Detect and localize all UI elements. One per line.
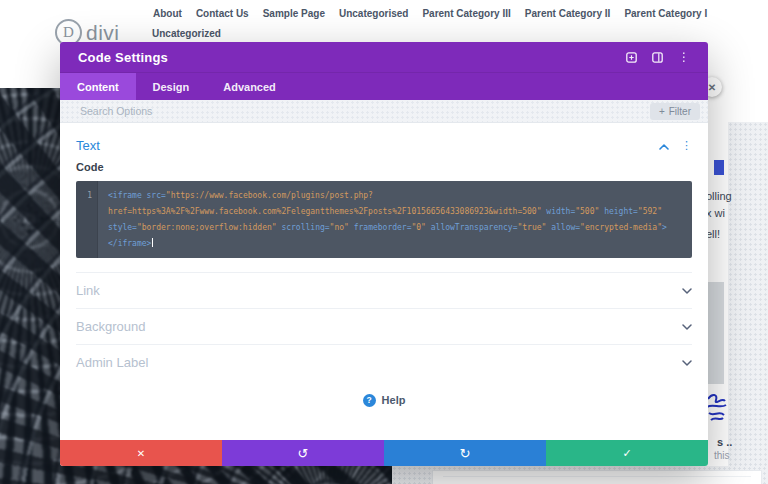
modal-header-icons: ⋮ [626,51,690,63]
split-view-icon[interactable] [652,52,663,63]
nav-item-contact-us[interactable]: Contact Us [196,8,249,19]
page-signature-image [706,391,728,423]
link-section-toggle[interactable]: Link [76,272,692,308]
code-line: </iframe> [108,236,682,252]
code-line: href=https%3A%2F%2Fwww.facebook.com%2Fel… [108,204,682,220]
chevron-up-icon[interactable] [659,136,669,154]
modal-action-bar: ✕ ↺ ↻ ✓ [60,440,708,466]
page-text-fragment: this [714,450,730,461]
close-icon: ✕ [708,82,716,93]
page-content-card [432,470,762,484]
nav-item-about[interactable]: About [153,8,182,19]
page-text-fragment: x wi [706,207,725,219]
text-section-title: Text [76,138,100,153]
builder-background [728,122,768,466]
modal-content: Text ⋮ Code 1 <iframe src="https://www.f… [60,123,708,440]
admin-label-section-title: Admin Label [76,355,148,370]
x-icon: ✕ [137,448,145,459]
nav-item-sample-page[interactable]: Sample Page [263,8,325,19]
page-text-fragment: olling [706,190,732,202]
help-button[interactable]: ? Help [76,390,692,410]
redo-icon: ↻ [460,446,471,461]
chevron-down-icon [682,360,692,366]
code-settings-modal: Code Settings ⋮ Content [60,42,708,466]
page-text-fragment: ell! [706,228,720,240]
divi-logo-text: divi [86,21,120,45]
screen: D divi About Contact Us Sample Page Unca… [0,0,768,484]
modal-title: Code Settings [78,50,168,65]
site-menu: About Contact Us Sample Page Uncategoris… [153,8,707,19]
nav-item-uncategorized[interactable]: Uncategorized [152,28,221,43]
code-line: <iframe src="https://www.facebook.com/pl… [108,188,682,204]
admin-label-section-toggle[interactable]: Admin Label [76,344,692,380]
nav-item-uncategorised[interactable]: Uncategorised [339,8,408,19]
background-section-title: Background [76,319,145,334]
chevron-down-icon [682,324,692,330]
site-menu-row2: Uncategorized [152,28,221,43]
plus-icon: + [659,106,665,117]
discard-button[interactable]: ✕ [60,440,222,466]
text-section-toggle[interactable]: Text ⋮ [76,133,692,157]
undo-button[interactable]: ↺ [222,440,384,466]
page-scrollbar-track[interactable] [706,282,724,384]
chevron-down-icon [682,288,692,294]
code-field-label: Code [76,161,692,173]
filter-button[interactable]: + Filter [650,103,700,120]
code-editor[interactable]: 1 <iframe src="https://www.facebook.com/… [76,181,692,258]
search-options-input[interactable] [80,105,650,117]
nav-item-parent-category-iii[interactable]: Parent Category III [422,8,510,19]
modal-tabs: Content Design Advanced [60,73,708,100]
expand-icon[interactable] [626,52,637,63]
nav-item-parent-category-i[interactable]: Parent Category I [624,8,707,19]
tab-content[interactable]: Content [60,73,136,100]
modal-header: Code Settings ⋮ [60,42,708,73]
help-icon: ? [363,394,376,407]
tab-advanced[interactable]: Advanced [206,73,293,100]
page-text-fragment: s .. [717,436,732,448]
save-button[interactable]: ✓ [546,440,708,466]
code-line: style="border:none;overflow:hidden" scro… [108,220,682,236]
line-number: 1 [76,188,92,204]
check-icon: ✓ [622,447,631,460]
more-options-icon[interactable]: ⋮ [678,51,690,63]
link-section-title: Link [76,283,100,298]
nav-item-parent-category-ii[interactable]: Parent Category II [525,8,611,19]
filter-button-label: Filter [669,106,691,117]
search-options-bar: + Filter [60,100,708,123]
background-section-toggle[interactable]: Background [76,308,692,344]
undo-icon: ↺ [298,446,309,461]
help-label: Help [382,394,406,406]
page-blue-element [714,160,724,175]
redo-button[interactable]: ↻ [384,440,546,466]
section-options-icon[interactable]: ⋮ [681,140,692,151]
tab-design[interactable]: Design [136,73,207,100]
